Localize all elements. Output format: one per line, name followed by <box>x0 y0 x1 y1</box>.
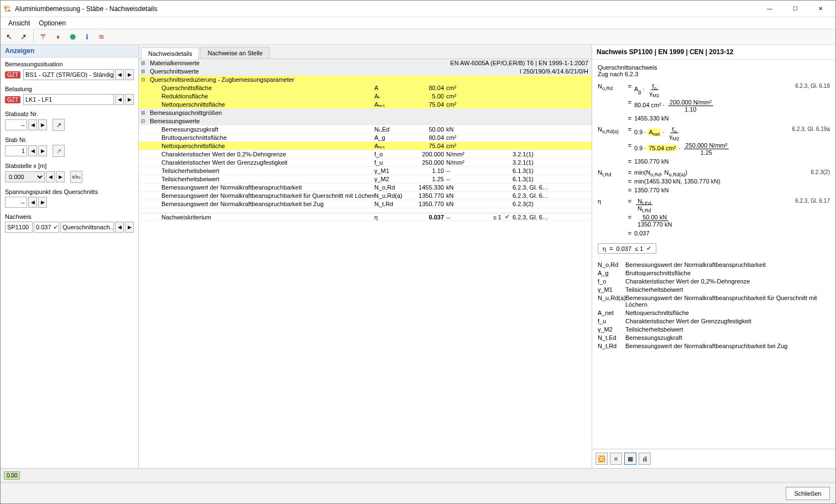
row-internal[interactable]: ⊞ Bemessungsschnittgrößen <box>139 109 592 117</box>
legend-row: N_t,EdBemessungszugkraft <box>598 334 830 341</box>
check-text[interactable]: Querschnittsnach… <box>60 222 114 233</box>
step-prev-icon[interactable]: ◀ <box>115 69 124 80</box>
legend-row: N_t,RdBemessungswert der Normalkraftbean… <box>598 343 830 349</box>
table-row[interactable]: Teilsicherheitsbeiwertγ_M21.25--6.1.3(1) <box>139 175 592 183</box>
expand-icon[interactable]: ⊞ <box>139 69 148 74</box>
table-row[interactable]: NettoquerschnittsflächeAₙₑₜ75.04cm² <box>139 142 592 150</box>
expand-icon[interactable]: ⊞ <box>139 110 148 116</box>
statusbar: 0.00 <box>1 468 835 482</box>
step-next-icon[interactable]: ▶ <box>38 145 47 156</box>
step-next-icon[interactable]: ▶ <box>56 171 65 182</box>
window-title: Aluminiumbemessung - Stäbe - Nachweisdet… <box>15 5 757 13</box>
app-icon: 🏗️ <box>3 4 12 13</box>
legend-row: N_o,RdBemessungswert der Normalkraftbean… <box>598 261 830 268</box>
check-ratio: 0.037 ✔ <box>34 222 59 233</box>
step-prev-icon[interactable]: ◀ <box>115 222 124 233</box>
table-row[interactable]: ReduktionsflächeAᵣ5.00cm² <box>139 92 592 101</box>
tab-details[interactable]: Nachweisdetails <box>141 48 199 59</box>
step-prev-icon[interactable]: ◀ <box>28 119 37 130</box>
table-row[interactable]: Charakteristischer Wert der Grenzzugfest… <box>139 159 592 167</box>
menubar: Ansicht Optionen <box>1 17 835 29</box>
toolbar-cs-icon[interactable]: 〒 <box>38 31 50 43</box>
uls-badge: GZT <box>5 71 20 78</box>
result-print-icon[interactable]: 🖨 <box>639 453 651 465</box>
toolbar: ↖ ↗ 〒 ♦ ⬣ ℹ ≋ <box>1 29 835 45</box>
pick-member-set-icon[interactable]: ↗ <box>53 119 65 131</box>
table-row[interactable]: BemessungszugkraftNₜ,Ed50.00kN <box>139 125 592 134</box>
tabs: Nachweisdetails Nachweise an Stelle <box>139 45 592 59</box>
design-situation-select[interactable]: BS1 - GZT (STR/GEO) - Ständig … <box>23 69 114 80</box>
location-xx0-icon[interactable]: x/x₀ <box>70 171 82 183</box>
menu-view[interactable]: Ansicht <box>4 18 34 28</box>
toolbar-info-icon[interactable]: ℹ <box>81 31 93 43</box>
stress-point-input[interactable] <box>5 197 27 208</box>
right-panel: Nachweis SP1100 | EN 1999 | CEN | 2013-1… <box>592 45 835 468</box>
legend-row: f_uCharakteristischer Wert der Grenzzugf… <box>598 318 830 324</box>
maximize-button[interactable]: ☐ <box>782 1 808 17</box>
details-grid[interactable]: ⊞ Materialkennwerte EN AW-6005A (EP/O,ER… <box>139 59 592 468</box>
table-row[interactable]: Teilsicherheitsbeiwertγ_M11.10--6.1.3(1) <box>139 167 592 175</box>
step-next-icon[interactable]: ▶ <box>38 119 47 130</box>
legend-row: f_oCharakteristischer Wert der 0,2%-Dehn… <box>598 278 830 285</box>
step-prev-icon[interactable]: ◀ <box>46 171 55 182</box>
right-sub1: Querschnittsnachweis <box>598 64 830 71</box>
row-reduction-header[interactable]: ⊟ Querschnittsreduzierung - Zugbemessung… <box>139 76 592 84</box>
design-situation-label: Bemessungssituation <box>5 61 134 67</box>
result-box: η= 0.037 ≤ 1 ✔ <box>598 243 656 254</box>
table-row[interactable]: Charakteristischer Wert der 0,2%-Dehngre… <box>139 150 592 159</box>
check-ok-icon: ✔ <box>501 213 513 221</box>
step-next-icon[interactable]: ▶ <box>125 222 134 233</box>
close-button[interactable]: ✕ <box>808 1 833 17</box>
uls-badge: GZT <box>5 96 20 103</box>
toolbar-settings-icon[interactable]: ≋ <box>95 31 107 43</box>
result-nav-icon[interactable]: 🔀 <box>595 453 608 465</box>
check-ok-icon: ✔ <box>646 245 651 252</box>
menu-options[interactable]: Optionen <box>34 18 70 28</box>
step-prev-icon[interactable]: ◀ <box>28 145 37 156</box>
table-row[interactable]: Bemessungswert der Normalkraftbeanspruch… <box>139 183 592 192</box>
location-select[interactable]: 0.000 <box>5 171 45 182</box>
collapse-icon[interactable]: ⊟ <box>139 118 148 124</box>
check-id[interactable]: SP1100 <box>5 222 33 233</box>
step-prev-icon[interactable]: ◀ <box>28 197 37 208</box>
step-next-icon[interactable]: ▶ <box>125 69 134 80</box>
legend-row: N_u,Rd(a)Bemessungswert der Normalkraftb… <box>598 295 830 308</box>
sidebar: Anzeigen Bemessungssituation GZT BS1 - G… <box>1 45 139 468</box>
table-row[interactable]: NettoquerschnittsflächeAₙₑₜ75.04cm² <box>139 101 592 109</box>
row-criterion[interactable]: Nachweiskriterium η 0.037 -- ≤ 1 ✔ 6.2.3… <box>139 213 592 221</box>
right-sub2: Zug nach 6.2.3 <box>598 71 830 77</box>
table-row[interactable]: QuerschnittsflächeA80.04cm² <box>139 84 592 92</box>
minimize-button[interactable]: — <box>757 1 782 17</box>
legend-row: γ_M2Teilsicherheitsbeiwert <box>598 326 830 333</box>
toolbar-colors-icon[interactable]: ⬣ <box>66 31 79 43</box>
table-row[interactable]: Bemessungswert der Normalkraftbeanspruch… <box>139 200 592 208</box>
precision-badge[interactable]: 0.00 <box>4 471 20 480</box>
step-prev-icon[interactable]: ◀ <box>115 94 124 105</box>
row-section[interactable]: ⊞ Querschnittswerte I 250/190/9.4/14.6/2… <box>139 67 592 76</box>
loading-select[interactable]: LK1 - LF1 <box>23 94 114 105</box>
close-dialog-button[interactable]: Schließen <box>786 487 830 500</box>
table-row[interactable]: BruttoquerschnittsflächeA_g80.04cm² <box>139 134 592 142</box>
location-label: Stabstelle x [m] <box>5 162 134 169</box>
expand-icon[interactable]: ⊞ <box>139 60 148 66</box>
row-values-header[interactable]: ⊟ Bemessungswerte <box>139 117 592 125</box>
toolbar-nav-next-icon[interactable]: ↗ <box>17 31 29 43</box>
row-material[interactable]: ⊞ Materialkennwerte EN AW-6005A (EP/O,ER… <box>139 59 592 67</box>
collapse-icon[interactable]: ⊟ <box>139 77 148 82</box>
result-list-icon[interactable]: ≡ <box>610 453 622 465</box>
legend-row: A_gBruttoquerschnittsfläche <box>598 270 830 276</box>
step-next-icon[interactable]: ▶ <box>125 94 134 105</box>
tab-at-location[interactable]: Nachweise an Stelle <box>200 47 270 59</box>
member-set-input[interactable] <box>5 119 27 130</box>
toolbar-filter-icon[interactable]: ♦ <box>52 31 64 43</box>
member-set-label: Stabsatz Nr. <box>5 111 134 117</box>
result-table-icon[interactable]: ▦ <box>624 453 636 465</box>
table-row[interactable]: Bemessungswert der Normalkraftbeanspruch… <box>139 192 592 200</box>
titlebar: 🏗️ Aluminiumbemessung - Stäbe - Nachweis… <box>1 1 835 17</box>
pick-member-icon[interactable]: ↗ <box>53 145 65 157</box>
step-next-icon[interactable]: ▶ <box>38 197 47 208</box>
legend-row: γ_M1Teilsicherheitsbeiwert <box>598 286 830 293</box>
toolbar-nav-prev-icon[interactable]: ↖ <box>3 31 15 43</box>
legend-row: A_netNettoquerschnittsfläche <box>598 309 830 316</box>
member-input[interactable] <box>5 145 27 156</box>
